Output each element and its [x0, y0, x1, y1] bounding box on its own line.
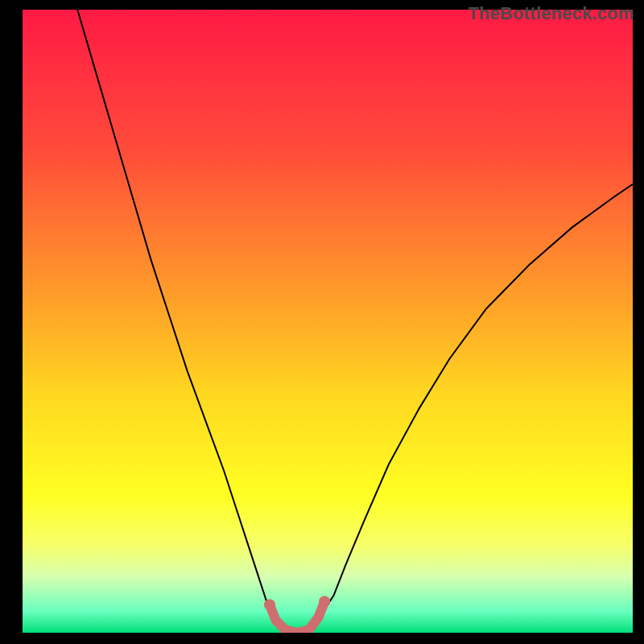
chart-svg	[23, 10, 633, 633]
watermark-label: TheBottleneck.com	[469, 3, 634, 24]
marker-0	[264, 599, 275, 610]
chart-plot-area	[23, 10, 633, 633]
marker-1	[319, 596, 330, 607]
chart-frame: TheBottleneck.com	[0, 0, 644, 644]
chart-background	[23, 10, 633, 633]
